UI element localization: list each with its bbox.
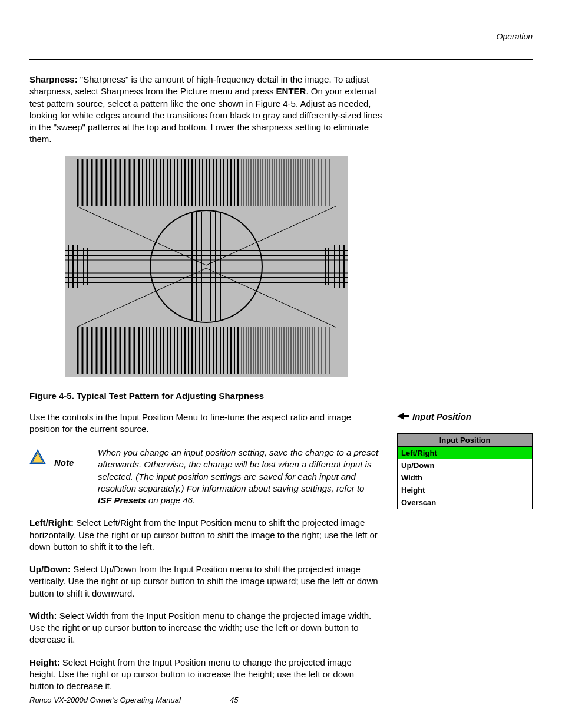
- menu-item-width[interactable]: Width: [398, 472, 532, 484]
- menu-header: Input Position: [398, 434, 532, 447]
- leftright-text: Select Left/Right from the Input Positio…: [29, 518, 378, 552]
- header-rule: [29, 59, 533, 60]
- section-marker-label: Input Position: [412, 411, 471, 421]
- sharpness-paragraph: Sharpness: "Sharpness" is the amount of …: [29, 74, 383, 146]
- menu-item-updown[interactable]: Up/Down: [398, 459, 532, 472]
- header-section-label: Operation: [29, 32, 533, 41]
- height-text: Select Height from the Input Position me…: [29, 657, 354, 691]
- note-icon: [29, 449, 46, 465]
- menu-item-height[interactable]: Height: [398, 484, 532, 496]
- note-text-a: When you change an input position settin…: [98, 447, 378, 493]
- enter-key-label: ENTER: [276, 86, 306, 96]
- updown-label: Up/Down:: [29, 564, 71, 574]
- figure-4-5: [65, 156, 533, 379]
- figure-caption: Figure 4-5. Typical Test Pattern for Adj…: [29, 391, 533, 401]
- height-label: Height:: [29, 657, 60, 667]
- height-paragraph: Height: Select Height from the Input Pos…: [29, 657, 379, 693]
- note-block: Note When you change an input position s…: [29, 447, 379, 506]
- note-ref: ISF Presets: [98, 495, 146, 505]
- leftright-label: Left/Right:: [29, 518, 74, 528]
- menu-item-overscan[interactable]: Overscan: [398, 496, 532, 509]
- section-marker: Input Position: [397, 411, 533, 421]
- footer-page-number: 45: [230, 696, 238, 704]
- footer-title: Runco VX-2000d Owner's Operating Manual: [29, 696, 230, 704]
- note-text-b: on page 46.: [146, 495, 195, 505]
- note-text: When you change an input position settin…: [98, 447, 379, 506]
- updown-text: Select Up/Down from the Input Position m…: [29, 564, 378, 598]
- input-position-intro: Use the controls in the Input Position M…: [29, 411, 379, 436]
- page-footer: Runco VX-2000d Owner's Operating Manual …: [29, 696, 533, 704]
- svg-marker-187: [397, 413, 409, 420]
- test-pattern-svg: [65, 156, 348, 377]
- note-label: Note: [54, 457, 90, 467]
- input-position-menu: Input Position Left/Right Up/Down Width …: [397, 433, 533, 509]
- updown-paragraph: Up/Down: Select Up/Down from the Input P…: [29, 564, 379, 599]
- width-paragraph: Width: Select Width from the Input Posit…: [29, 610, 379, 646]
- menu-item-leftright[interactable]: Left/Right: [398, 447, 532, 459]
- width-text: Select Width from the Input Position men…: [29, 611, 371, 645]
- leftright-paragraph: Left/Right: Select Left/Right from the I…: [29, 517, 379, 553]
- width-label: Width:: [29, 611, 57, 621]
- sharpness-label: Sharpness:: [29, 74, 78, 84]
- arrow-left-icon: [397, 412, 409, 420]
